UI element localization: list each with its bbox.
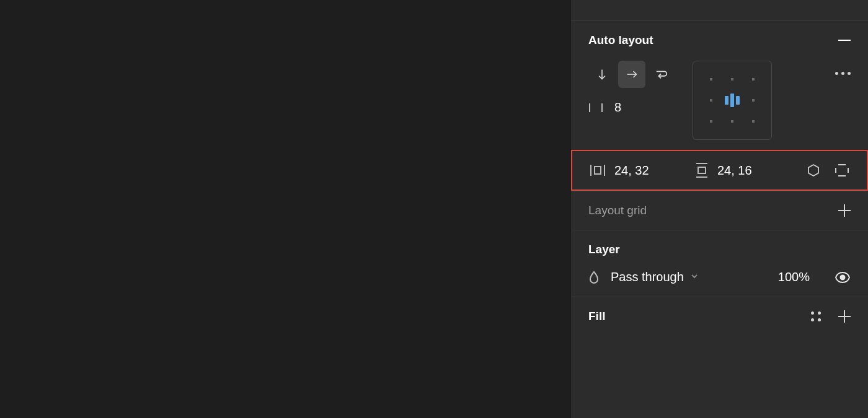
add-layout-grid-button[interactable] [838, 204, 851, 217]
vertical-padding-value: 24, 16 [717, 163, 752, 178]
padding-row-highlight: 24, 32 24, 16 [571, 150, 868, 191]
svg-point-16 [841, 275, 845, 279]
auto-layout-title: Auto layout [588, 33, 653, 47]
arrow-down-icon [596, 68, 608, 81]
section-layout-grid: Layout grid [571, 191, 868, 230]
horizontal-padding-icon [590, 163, 606, 177]
alignment-grid[interactable] [693, 61, 772, 140]
align-dot [710, 99, 712, 102]
align-dot [710, 78, 712, 81]
individual-padding-button[interactable] [835, 163, 849, 177]
horizontal-padding-value: 24, 32 [614, 163, 649, 178]
chevron-down-icon [690, 272, 699, 283]
direction-vertical-button[interactable] [588, 61, 616, 88]
gap-input[interactable]: 8 [588, 100, 675, 115]
align-dot [731, 78, 733, 81]
fill-styles-button[interactable] [811, 311, 821, 321]
four-dots-icon [811, 311, 821, 321]
align-dot [752, 78, 755, 81]
direction-wrap-button[interactable] [648, 61, 675, 88]
padding-variable-button[interactable] [807, 163, 820, 177]
section-layer: Layer Pass through 100% [571, 230, 868, 297]
individual-padding-icon [835, 163, 849, 177]
vertical-padding-icon [695, 162, 709, 178]
plus-icon [838, 204, 851, 217]
svg-rect-6 [595, 167, 601, 174]
collapse-auto-layout-button[interactable] [838, 40, 851, 41]
section-fill: Fill [571, 297, 868, 336]
direction-horizontal-button[interactable] [618, 61, 645, 88]
wrap-icon [655, 68, 668, 81]
visibility-toggle-button[interactable] [835, 271, 851, 284]
opacity-input[interactable]: 100% [778, 270, 810, 284]
auto-layout-more-button[interactable] [835, 61, 851, 75]
panel-top-divider [571, 0, 868, 21]
design-panel: Auto layout [570, 0, 868, 418]
layout-grid-title: Layout grid [588, 204, 647, 217]
svg-rect-9 [698, 167, 706, 173]
alignment-center-indicator [725, 94, 740, 107]
horizontal-padding-input[interactable]: 24, 32 [590, 163, 683, 178]
fill-title: Fill [588, 310, 605, 323]
svg-marker-11 [808, 165, 818, 176]
minus-icon [838, 40, 851, 41]
align-dot [710, 120, 712, 123]
canvas-area[interactable] [0, 0, 570, 418]
gap-icon [588, 102, 603, 114]
align-dot [752, 99, 755, 102]
gap-value: 8 [614, 100, 621, 115]
dots-icon [835, 72, 838, 75]
plus-icon [838, 310, 851, 323]
eye-icon [835, 271, 851, 284]
layer-title: Layer [588, 243, 620, 256]
vertical-padding-input[interactable]: 24, 16 [695, 162, 788, 178]
blend-mode-select[interactable]: Pass through [611, 270, 767, 284]
hexagon-icon [807, 163, 820, 177]
align-dot [752, 120, 755, 123]
align-dot [731, 120, 733, 123]
arrow-right-icon [626, 68, 638, 81]
section-auto-layout: Auto layout [571, 21, 868, 191]
blend-mode-icon [588, 271, 600, 284]
add-fill-button[interactable] [838, 310, 851, 323]
blend-mode-value: Pass through [611, 270, 684, 284]
